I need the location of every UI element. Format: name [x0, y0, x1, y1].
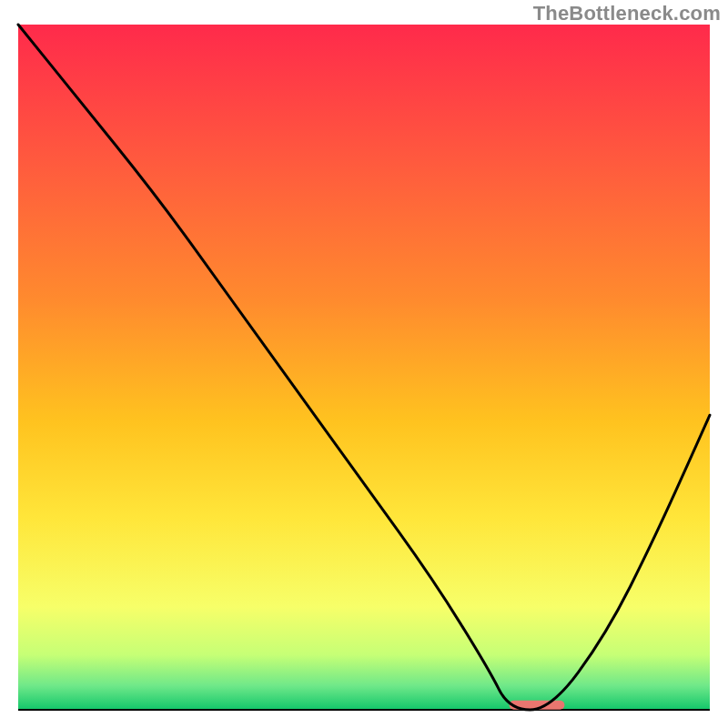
watermark-text: TheBottleneck.com	[533, 2, 721, 25]
plot-background	[18, 25, 710, 710]
bottleneck-chart	[0, 0, 728, 728]
chart-stage: TheBottleneck.com	[0, 0, 728, 728]
